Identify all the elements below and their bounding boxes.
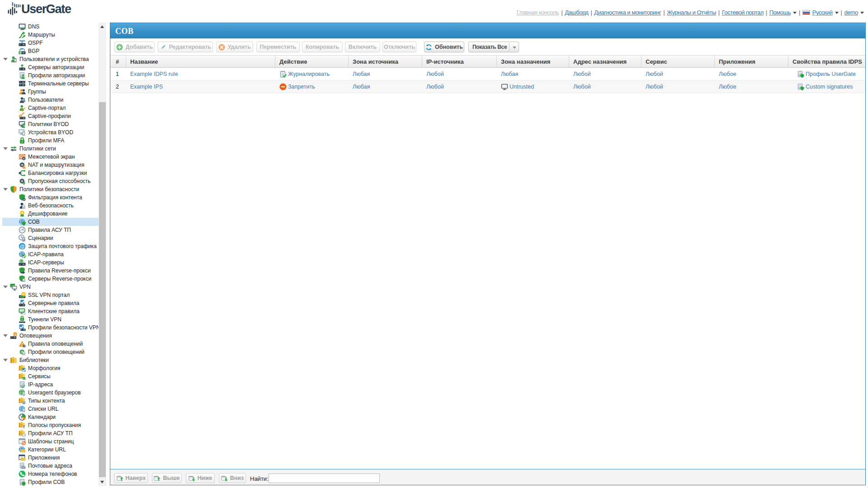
svg-text:@: @ bbox=[20, 244, 25, 249]
svg-text:1: 1 bbox=[14, 333, 16, 337]
